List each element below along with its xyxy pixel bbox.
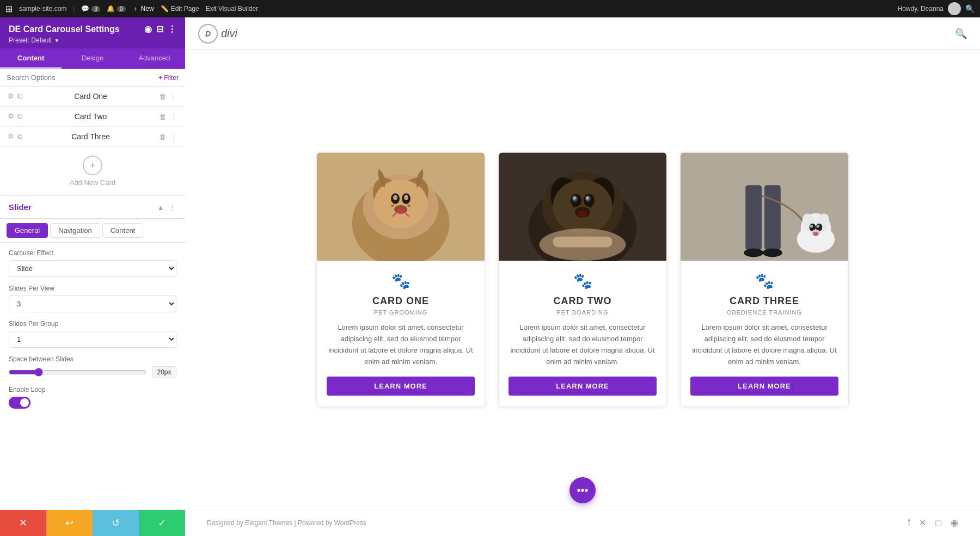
tab-content-slider[interactable]: Content [102,223,144,238]
site-name[interactable]: sample-site.com [19,5,66,13]
card-two-image [499,152,666,261]
add-new-card-button[interactable]: + Add New Card [0,147,185,195]
sidebar-search-bar: + Filter [0,69,185,87]
space-between-range-row: 20px [9,366,176,378]
new-button[interactable]: ＋ New [132,4,154,14]
card-two-delete-icon[interactable]: 🗑 [159,113,166,121]
fab-icon: ••• [577,484,588,497]
card-one-copy-icon[interactable]: ⧉ [17,92,22,101]
updates-link[interactable]: 🔔 0 [107,5,126,13]
enable-loop-toggle[interactable] [9,397,30,409]
svg-point-9 [404,195,408,201]
divi-brand-name: divi [221,27,237,40]
filter-button[interactable]: + Filter [158,74,179,82]
divi-logo: D divi [198,24,237,44]
card-three: 🐾 CARD THREE OBEDIENCE TRAINING Lorem ip… [680,152,849,406]
card-three-label: Card Three [27,132,155,141]
rss-icon[interactable]: ◉ [951,517,958,528]
tab-general[interactable]: General [7,223,48,238]
svg-point-38 [763,249,782,257]
sidebar-tabs: Content Design Advanced [0,48,185,69]
svg-point-48 [813,232,818,236]
wordpress-icon[interactable]: ⊞ [5,4,13,14]
carousel-effect-select[interactable]: Slide Fade Cube Coverflow [9,260,176,277]
svg-point-5 [373,180,427,229]
sidebar: DE Card Carousel Settings ◉ ⊟ ⋮ Preset: … [0,17,185,536]
card-three-body: 🐾 CARD THREE OBEDIENCE TRAINING Lorem ip… [681,261,848,406]
floating-action-button[interactable]: ••• [569,477,596,503]
card-three-more-icon[interactable]: ⋮ [170,133,177,141]
card-two-more-icon[interactable]: ⋮ [170,113,177,121]
card-two-text: Lorem ipsum dolor sit amet, consectetur … [509,322,657,367]
add-card-label: Add New Card [70,178,116,187]
save-button[interactable]: ✓ [139,510,185,536]
card-three-learn-more-button[interactable]: LEARN MORE [690,377,838,396]
top-search-icon[interactable]: 🔍 [965,4,975,13]
slides-per-group-select[interactable]: 1 2 3 [9,331,176,348]
card-two-subtitle: PET BOARDING [509,309,657,316]
sidebar-title-row: DE Card Carousel Settings ◉ ⊟ ⋮ [9,24,176,34]
sidebar-settings-icon[interactable]: ◉ [144,24,152,34]
card-one-delete-icon[interactable]: 🗑 [159,93,166,101]
sidebar-more-icon[interactable]: ⋮ [168,24,176,34]
carousel-effect-group: Carousel Effect Slide Fade Cube Coverflo… [9,249,176,277]
card-three-delete-icon[interactable]: 🗑 [159,133,166,141]
space-between-value: 20px [152,366,176,378]
svg-point-8 [393,195,397,201]
tab-advanced[interactable]: Advanced [124,48,185,69]
updates-count: 0 [117,6,126,12]
svg-point-27 [578,211,587,217]
reset-button[interactable]: ↩ [46,510,93,536]
footer-text: Designed by Elegant Themes | Powered by … [207,519,366,527]
slides-per-view-label: Slides Per View [9,285,176,292]
user-avatar [948,2,961,15]
sidebar-title-text: DE Card Carousel Settings [9,24,120,34]
slider-section-title: Slider [9,202,32,212]
card-one-body: 🐾 CARD ONE PET GROOMING Lorem ipsum dolo… [317,261,485,406]
sidebar-title-icons: ◉ ⊟ ⋮ [144,24,176,34]
card-one-more-icon[interactable]: ⋮ [170,93,177,101]
slider-collapse-icon[interactable]: ▲ [157,203,164,212]
exit-visual-builder-button[interactable]: Exit Visual Builder [206,5,259,13]
divi-navigation: D divi 🔍 [185,17,980,50]
svg-point-24 [573,197,576,200]
card-one-learn-more-button[interactable]: LEARN MORE [327,377,475,396]
tab-design[interactable]: Design [62,48,123,69]
card-three-settings-icon[interactable]: ⚙ [8,132,14,141]
slides-per-view-group: Slides Per View 3 1 2 4 [9,285,176,312]
slider-more-icon[interactable]: ⋮ [169,203,176,212]
card-three-actions: 🗑 ⋮ [159,133,177,141]
sidebar-preset[interactable]: Preset: Default ▼ [9,36,176,44]
facebook-icon[interactable]: f [908,517,910,528]
card-two-settings-icon[interactable]: ⚙ [8,112,14,121]
card-two-title: CARD TWO [509,295,657,307]
search-input[interactable] [7,73,158,82]
sidebar-header: DE Card Carousel Settings ◉ ⊟ ⋮ Preset: … [0,17,185,48]
space-between-label: Space between Slides [9,355,176,363]
instagram-icon[interactable]: ◻ [935,517,942,528]
edit-page-button[interactable]: ✏️ Edit Page [161,5,199,13]
list-item: ⚙ ⧉ Card Two 🗑 ⋮ [0,107,185,127]
list-item: ⚙ ⧉ Card Three 🗑 ⋮ [0,127,185,147]
tab-navigation[interactable]: Navigation [50,223,100,238]
card-two-copy-icon[interactable]: ⧉ [17,112,22,121]
card-three-paw-icon: 🐾 [690,272,838,290]
sidebar-layout-icon[interactable]: ⊟ [156,24,163,34]
card-three-text: Lorem ipsum dolor sit amet, consectetur … [690,322,838,367]
card-two-learn-more-button[interactable]: LEARN MORE [509,377,657,396]
card-three-copy-icon[interactable]: ⧉ [17,132,22,141]
comments-link[interactable]: 💬 3 [81,5,100,13]
enable-loop-group: Enable Loop [9,386,176,411]
card-one-actions: 🗑 ⋮ [159,93,177,101]
add-card-circle-icon: + [83,156,102,175]
tab-content[interactable]: Content [0,48,62,69]
space-between-slider[interactable] [9,368,146,377]
cancel-button[interactable]: ✕ [0,510,46,536]
card-two: 🐾 CARD TWO PET BOARDING Lorem ipsum dolo… [498,152,667,406]
redo-button[interactable]: ↺ [93,510,139,536]
divi-search-icon[interactable]: 🔍 [955,28,967,40]
list-item: ⚙ ⧉ Card One 🗑 ⋮ [0,87,185,107]
slides-per-view-select[interactable]: 3 1 2 4 [9,295,176,312]
card-one-settings-icon[interactable]: ⚙ [8,92,14,101]
twitter-x-icon[interactable]: ✕ [919,517,926,528]
